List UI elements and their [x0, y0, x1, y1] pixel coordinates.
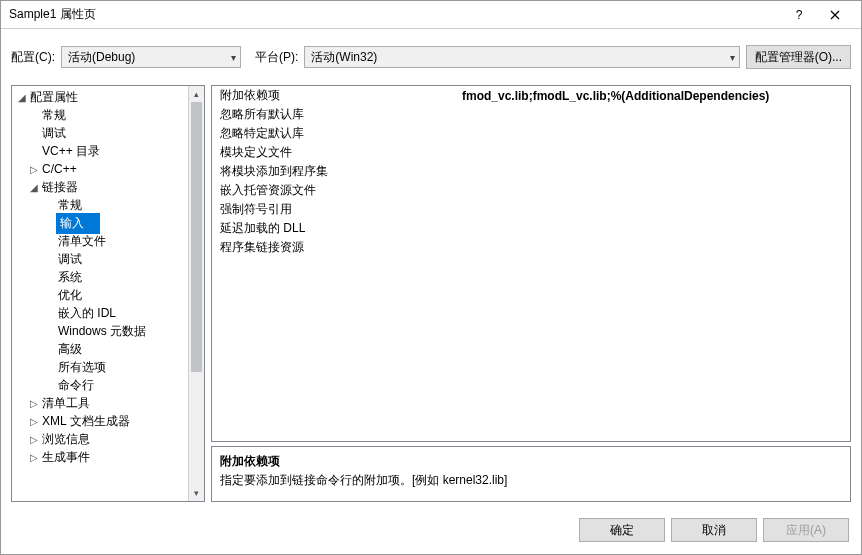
tree-label: 所有选项 — [56, 359, 108, 376]
scrollbar-thumb[interactable] — [191, 102, 202, 372]
expander-icon[interactable]: ▷ — [28, 398, 40, 409]
property-value[interactable] — [454, 181, 850, 200]
tree-label: 调试 — [40, 125, 68, 142]
tree-label: XML 文档生成器 — [40, 413, 132, 430]
tree-label: 常规 — [40, 107, 68, 124]
tree-item[interactable]: 所有选项 — [12, 358, 188, 376]
tree-item[interactable]: 命令行 — [12, 376, 188, 394]
tree-label: 嵌入的 IDL — [56, 305, 118, 322]
scroll-down-icon[interactable]: ▾ — [189, 485, 204, 501]
tree-label: 链接器 — [40, 179, 80, 196]
tree-item[interactable]: 常规 — [12, 106, 188, 124]
tree-label: 系统 — [56, 269, 84, 286]
tree-label: 高级 — [56, 341, 84, 358]
tree-label: 浏览信息 — [40, 431, 92, 448]
tree-item[interactable]: 优化 — [12, 286, 188, 304]
tree-label: 清单文件 — [56, 233, 108, 250]
tree-item[interactable]: ▷C/C++ — [12, 160, 188, 178]
config-label: 配置(C): — [11, 49, 55, 66]
property-row[interactable]: 附加依赖项fmod_vc.lib;fmodL_vc.lib;%(Addition… — [212, 86, 850, 105]
platform-combo[interactable]: 活动(Win32) ▾ — [304, 46, 739, 68]
tree-label: 调试 — [56, 251, 84, 268]
tree-item[interactable]: ▷生成事件 — [12, 448, 188, 466]
property-name: 模块定义文件 — [212, 143, 454, 162]
config-combo[interactable]: 活动(Debug) ▾ — [61, 46, 241, 68]
property-row[interactable]: 模块定义文件 — [212, 143, 850, 162]
description-panel: 附加依赖项 指定要添加到链接命令行的附加项。[例如 kernel32.lib] — [211, 446, 851, 502]
property-row[interactable]: 嵌入托管资源文件 — [212, 181, 850, 200]
property-value[interactable] — [454, 238, 850, 257]
property-name: 延迟加载的 DLL — [212, 219, 454, 238]
property-name: 强制符号引用 — [212, 200, 454, 219]
property-row[interactable]: 延迟加载的 DLL — [212, 219, 850, 238]
property-row[interactable]: 强制符号引用 — [212, 200, 850, 219]
property-name: 将模块添加到程序集 — [212, 162, 454, 181]
config-tree[interactable]: ◢配置属性常规调试VC++ 目录▷C/C++◢链接器常规输入清单文件调试系统优化… — [12, 86, 188, 468]
close-icon — [830, 10, 840, 20]
tree-item[interactable]: ▷XML 文档生成器 — [12, 412, 188, 430]
tree-item[interactable]: 调试 — [12, 124, 188, 142]
tree-item[interactable]: 调试 — [12, 250, 188, 268]
help-button[interactable]: ? — [781, 1, 817, 29]
tree-item[interactable]: 嵌入的 IDL — [12, 304, 188, 322]
apply-button[interactable]: 应用(A) — [763, 518, 849, 542]
tree-label: 清单工具 — [40, 395, 92, 412]
tree-item[interactable]: VC++ 目录 — [12, 142, 188, 160]
property-value[interactable] — [454, 124, 850, 143]
property-value[interactable]: fmod_vc.lib;fmodL_vc.lib;%(AdditionalDep… — [454, 86, 850, 105]
expander-icon[interactable]: ◢ — [28, 182, 40, 193]
tree-item[interactable]: 输入 — [12, 214, 188, 232]
config-value: 活动(Debug) — [68, 49, 135, 66]
tree-item[interactable]: 常规 — [12, 196, 188, 214]
tree-item[interactable]: 系统 — [12, 268, 188, 286]
property-value[interactable] — [454, 219, 850, 238]
collapse-icon[interactable]: ◢ — [16, 92, 28, 103]
description-title: 附加依赖项 — [220, 453, 842, 470]
close-button[interactable] — [817, 1, 853, 29]
description-text: 指定要添加到链接命令行的附加项。[例如 kernel32.lib] — [220, 472, 842, 489]
tree-item[interactable]: Windows 元数据 — [12, 322, 188, 340]
property-name: 程序集链接资源 — [212, 238, 454, 257]
ok-button[interactable]: 确定 — [579, 518, 665, 542]
expander-icon[interactable]: ▷ — [28, 434, 40, 445]
tree-panel: ◢配置属性常规调试VC++ 目录▷C/C++◢链接器常规输入清单文件调试系统优化… — [11, 85, 205, 502]
tree-label: Windows 元数据 — [56, 323, 148, 340]
property-grid[interactable]: 附加依赖项fmod_vc.lib;fmodL_vc.lib;%(Addition… — [211, 85, 851, 442]
scroll-up-icon[interactable]: ▴ — [189, 86, 204, 102]
chevron-down-icon: ▾ — [730, 52, 735, 63]
property-value[interactable] — [454, 200, 850, 219]
tree-label: 生成事件 — [40, 449, 92, 466]
platform-label: 平台(P): — [255, 49, 298, 66]
property-name: 忽略所有默认库 — [212, 105, 454, 124]
tree-label: 输入 — [56, 213, 100, 234]
tree-item[interactable]: ▷清单工具 — [12, 394, 188, 412]
tree-item[interactable]: 清单文件 — [12, 232, 188, 250]
config-manager-button[interactable]: 配置管理器(O)... — [746, 45, 851, 69]
cancel-button[interactable]: 取消 — [671, 518, 757, 542]
window-title: Sample1 属性页 — [9, 6, 781, 23]
property-value[interactable] — [454, 105, 850, 124]
platform-value: 活动(Win32) — [311, 49, 377, 66]
property-row[interactable]: 将模块添加到程序集 — [212, 162, 850, 181]
property-row[interactable]: 忽略所有默认库 — [212, 105, 850, 124]
tree-label: VC++ 目录 — [40, 143, 102, 160]
dialog-buttons: 确定 取消 应用(A) — [1, 508, 861, 554]
tree-label: 常规 — [56, 197, 84, 214]
tree-label: 优化 — [56, 287, 84, 304]
tree-label: 命令行 — [56, 377, 96, 394]
expander-icon[interactable]: ▷ — [28, 452, 40, 463]
expander-icon[interactable]: ▷ — [28, 416, 40, 427]
property-row[interactable]: 忽略特定默认库 — [212, 124, 850, 143]
titlebar: Sample1 属性页 ? — [1, 1, 861, 29]
scrollbar[interactable]: ▴ ▾ — [188, 86, 204, 501]
tree-item[interactable]: ◢配置属性 — [12, 88, 188, 106]
chevron-down-icon: ▾ — [231, 52, 236, 63]
property-name: 嵌入托管资源文件 — [212, 181, 454, 200]
property-value[interactable] — [454, 162, 850, 181]
property-row[interactable]: 程序集链接资源 — [212, 238, 850, 257]
tree-item[interactable]: ▷浏览信息 — [12, 430, 188, 448]
tree-item[interactable]: ◢链接器 — [12, 178, 188, 196]
property-value[interactable] — [454, 143, 850, 162]
tree-item[interactable]: 高级 — [12, 340, 188, 358]
expander-icon[interactable]: ▷ — [28, 164, 40, 175]
